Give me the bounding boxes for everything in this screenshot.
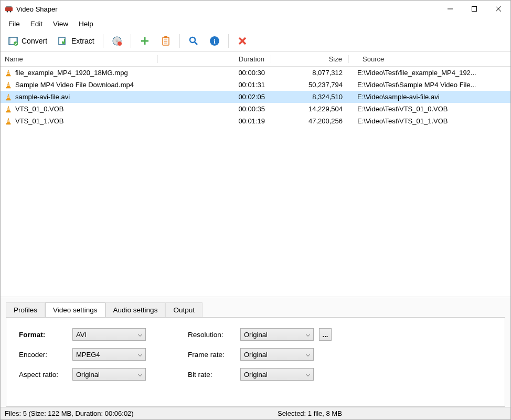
svg-point-2 — [7, 11, 8, 13]
bitrate-value: Original — [244, 371, 268, 379]
tab-profiles[interactable]: Profiles — [6, 302, 45, 317]
menu-help[interactable]: Help — [74, 19, 98, 29]
encoder-value: MPEG4 — [76, 351, 100, 359]
aspect-select[interactable]: Original — [72, 368, 146, 381]
chevron-down-icon — [138, 371, 142, 379]
encoder-label: Encoder: — [19, 351, 67, 359]
paste-button[interactable] — [156, 33, 175, 49]
file-size: 50,237,794 — [271, 81, 349, 89]
tab-content: Format: AVI Resolution: Original ... Enc… — [6, 317, 505, 407]
file-duration: 00:01:19 — [158, 117, 271, 125]
file-list: Name Duration Size Source file_example_M… — [1, 52, 510, 297]
tab-video-settings[interactable]: Video settings — [45, 302, 105, 317]
tab-audio-settings[interactable]: Audio settings — [105, 302, 166, 317]
file-name: sample-avi-file.avi — [15, 93, 70, 101]
svg-point-15 — [116, 40, 118, 42]
file-size: 8,077,312 — [271, 69, 349, 77]
titlebar: Video Shaper — [1, 1, 510, 17]
menu-file[interactable]: File — [4, 19, 25, 29]
file-source: E:\Video\Test\VTS_01_0.VOB — [349, 105, 510, 113]
clipboard-icon — [161, 36, 171, 46]
file-name: Sample MP4 Video File Download.mp4 — [15, 81, 134, 89]
table-row[interactable]: Sample MP4 Video File Download.mp400:01:… — [1, 79, 510, 91]
framerate-label: Frame rate: — [188, 351, 235, 359]
resolution-label: Resolution: — [188, 331, 235, 339]
format-value: AVI — [76, 331, 87, 339]
film-icon — [8, 36, 18, 46]
resolution-browse[interactable]: ... — [319, 328, 332, 341]
col-size[interactable]: Size — [271, 55, 349, 63]
add-button[interactable] — [135, 33, 154, 49]
convert-label: Convert — [22, 37, 47, 45]
table-row[interactable]: sample-avi-file.avi00:02:058,324,510E:\V… — [1, 91, 510, 103]
file-size: 47,200,256 — [271, 117, 349, 125]
vlc-cone-icon — [5, 81, 12, 89]
disc-button[interactable] — [108, 33, 126, 49]
svg-point-3 — [10, 11, 12, 13]
info-button[interactable]: i — [205, 33, 224, 49]
vlc-cone-icon — [5, 118, 12, 125]
chevron-down-icon — [306, 331, 310, 339]
svg-rect-42 — [6, 123, 10, 124]
minimize-button[interactable] — [438, 1, 462, 17]
resolution-select[interactable]: Original — [240, 328, 314, 341]
format-label: Format: — [19, 331, 67, 339]
file-duration: 00:02:05 — [158, 93, 271, 101]
delete-button[interactable] — [233, 33, 252, 49]
col-name[interactable]: Name — [1, 55, 158, 63]
menubar: File Edit View Help — [1, 17, 510, 30]
chevron-down-icon — [138, 351, 142, 359]
svg-text:i: i — [214, 37, 216, 45]
file-duration: 00:00:35 — [158, 105, 271, 113]
chevron-down-icon — [138, 331, 142, 339]
chevron-down-icon — [306, 371, 310, 379]
resolution-value: Original — [244, 331, 268, 339]
toolbar: Convert Extract i — [1, 30, 510, 52]
encoder-select[interactable]: MPEG4 — [72, 348, 146, 361]
status-selected: Selected: 1 file, 8 MB — [273, 410, 346, 417]
bitrate-select[interactable]: Original — [240, 368, 314, 381]
file-source: E:\Video\sample-avi-file.avi — [349, 93, 510, 101]
close-button[interactable] — [486, 1, 510, 17]
maximize-button[interactable] — [462, 1, 486, 17]
menu-view[interactable]: View — [48, 19, 73, 29]
bitrate-label: Bit rate: — [188, 371, 235, 379]
file-name: VTS_01_1.VOB — [15, 117, 64, 125]
status-bar: Files: 5 (Size: 122 MB, Duration: 00:06:… — [1, 407, 510, 419]
extract-label: Extract — [71, 37, 94, 45]
file-duration: 00:01:31 — [158, 81, 271, 89]
table-row[interactable]: file_example_MP4_1920_18MG.mpg00:00:308,… — [1, 67, 510, 79]
file-source: E:\Video\Test\file_example_MP4_192... — [349, 69, 510, 77]
convert-button[interactable]: Convert — [4, 33, 51, 49]
svg-rect-20 — [164, 36, 167, 38]
app-title: Video Shaper — [16, 5, 438, 13]
toolbar-separator — [131, 34, 131, 48]
svg-rect-0 — [5, 7, 13, 11]
framerate-select[interactable]: Original — [240, 348, 314, 361]
disc-icon — [112, 36, 122, 46]
col-source[interactable]: Source — [349, 55, 510, 63]
x-icon — [237, 36, 248, 46]
file-name: file_example_MP4_1920_18MG.mpg — [15, 69, 128, 77]
chevron-down-icon — [306, 351, 310, 359]
file-source: E:\Video\Test\VTS_01_1.VOB — [349, 117, 510, 125]
menu-edit[interactable]: Edit — [26, 19, 47, 29]
vlc-cone-icon — [5, 93, 12, 101]
file-size: 8,324,510 — [271, 93, 349, 101]
toolbar-separator — [103, 34, 103, 48]
search-button[interactable] — [184, 33, 203, 49]
tab-output[interactable]: Output — [165, 302, 203, 317]
svg-rect-33 — [6, 87, 10, 88]
format-select[interactable]: AVI — [72, 328, 146, 341]
svg-line-25 — [195, 42, 197, 45]
col-duration[interactable]: Duration — [158, 55, 271, 63]
svg-rect-39 — [6, 111, 10, 112]
table-row[interactable]: VTS_01_0.VOB00:00:3514,229,504E:\Video\T… — [1, 103, 510, 115]
svg-rect-36 — [6, 99, 10, 100]
svg-rect-5 — [472, 7, 477, 12]
aspect-label: Aspect ratio: — [19, 371, 67, 379]
extract-button[interactable]: Extract — [54, 33, 99, 49]
table-row[interactable]: VTS_01_1.VOB00:01:1947,200,256E:\Video\T… — [1, 115, 510, 127]
vlc-cone-icon — [5, 106, 12, 113]
framerate-value: Original — [244, 351, 268, 359]
